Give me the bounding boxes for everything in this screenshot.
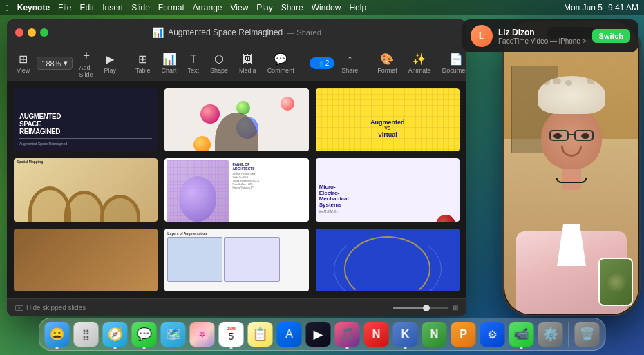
comment-button[interactable]: 💬 Comment bbox=[263, 50, 299, 77]
comment-label: Comment bbox=[267, 67, 294, 74]
document-button[interactable]: 📄 Document bbox=[438, 50, 466, 77]
hair-curl-2 bbox=[553, 78, 561, 84]
table-button[interactable]: ⊞ Table bbox=[131, 50, 155, 77]
dock-icon-settings[interactable]: ⚙️ bbox=[538, 322, 563, 347]
dock-icon-xcode[interactable]: ⚙ bbox=[480, 322, 505, 347]
person-smile bbox=[561, 146, 582, 157]
facetime-info: Liz Dizon FaceTime Video — iPhone > bbox=[498, 28, 587, 45]
view-menu[interactable]: View bbox=[231, 3, 249, 12]
chart-button[interactable]: 📊 Chart bbox=[158, 50, 181, 77]
dock-icon-safari[interactable]: 🧭 bbox=[103, 322, 128, 347]
play-button[interactable]: ▶ Play bbox=[100, 50, 121, 77]
menu-bar:  Keynote File Edit Insert Slide Format … bbox=[0, 0, 644, 15]
music-active-dot bbox=[346, 347, 349, 349]
facetime-notification: L Liz Dizon FaceTime Video — iPhone > Sw… bbox=[462, 19, 638, 52]
media-button[interactable]: 🖼 Media bbox=[235, 50, 261, 77]
facetime-subtitle: FaceTime Video — iPhone > bbox=[498, 37, 587, 45]
play-menu[interactable]: Play bbox=[256, 3, 272, 12]
window-menu[interactable]: Window bbox=[312, 3, 341, 12]
dock-icon-notes[interactable]: 📋 bbox=[248, 322, 273, 347]
add-slide-button[interactable]: ＋ Add Slide bbox=[75, 46, 97, 81]
slide-2[interactable]: 2 bbox=[164, 88, 308, 151]
app-menu[interactable]: Keynote bbox=[17, 3, 50, 12]
dock-icon-maps[interactable]: 🗺️ bbox=[161, 322, 186, 347]
dock-icon-appstore[interactable]: A bbox=[277, 322, 302, 347]
hair-curl-3 bbox=[565, 80, 572, 86]
slide-1[interactable]: AUGMENTEDSPACEREIMAGINED Augmented Space… bbox=[14, 88, 158, 151]
slide-8-content bbox=[167, 237, 305, 282]
zoom-slider-thumb[interactable] bbox=[423, 305, 430, 311]
text-button[interactable]: T Text bbox=[184, 50, 204, 77]
finder-icon: 😀 bbox=[50, 327, 65, 342]
dock-icon-keynote[interactable]: K bbox=[393, 322, 418, 347]
document-icon: 📄 bbox=[449, 52, 463, 66]
zoom-in-button[interactable]: ⊞ bbox=[453, 304, 458, 311]
slide-6-sphere bbox=[436, 215, 455, 222]
slide-4[interactable]: Spatial Mapping 4 4 bbox=[14, 158, 158, 221]
slides-panel[interactable]: AUGMENTEDSPACEREIMAGINED Augmented Space… bbox=[7, 81, 466, 298]
slide-7[interactable]: AUGO 7 bbox=[14, 229, 158, 291]
dock-icon-trash[interactable]: 🗑️ bbox=[575, 322, 600, 347]
facetime-caller-name: Liz Dizon bbox=[498, 28, 587, 37]
media-label: Media bbox=[239, 67, 256, 74]
view-button[interactable]: ⊞ View bbox=[12, 50, 34, 77]
document-label: Document bbox=[442, 67, 466, 74]
maximize-button[interactable] bbox=[40, 28, 48, 37]
slide-1-divider bbox=[19, 138, 152, 139]
table-icon: ⊞ bbox=[138, 52, 147, 66]
slide-menu[interactable]: Slide bbox=[131, 3, 150, 12]
slide-8[interactable]: Layers of Augmentation 8 bbox=[164, 229, 308, 291]
dock-icon-messages[interactable]: 💬 bbox=[132, 322, 157, 347]
minimize-button[interactable] bbox=[28, 28, 36, 37]
share-button[interactable]: ↑ Share bbox=[337, 50, 362, 77]
dock-icon-news[interactable]: N bbox=[364, 322, 389, 347]
insert-menu[interactable]: Insert bbox=[102, 3, 123, 12]
slide-9[interactable]: AUGMENTED VIRTUAL 9 bbox=[316, 229, 460, 291]
edit-menu[interactable]: Edit bbox=[79, 3, 94, 12]
sphere-red bbox=[281, 97, 294, 111]
animate-icon: ✨ bbox=[413, 52, 426, 66]
share-icon: ↑ bbox=[347, 53, 352, 66]
share-label: Share bbox=[341, 67, 358, 74]
arrange-menu[interactable]: Arrange bbox=[193, 3, 222, 12]
facetime-video: 0:0 bbox=[504, 21, 638, 314]
safari-active-dot bbox=[114, 347, 117, 349]
format-menu[interactable]: Format bbox=[158, 3, 184, 12]
apple-menu[interactable]:  bbox=[6, 3, 9, 13]
close-button[interactable] bbox=[15, 28, 23, 37]
shape-button[interactable]: ⬡ Shape bbox=[206, 50, 232, 77]
help-menu[interactable]: Help bbox=[349, 3, 366, 12]
hide-skipped-toggle[interactable]: ⊘ Hide skipped slides bbox=[15, 304, 86, 311]
facetime-switch-button[interactable]: Switch bbox=[592, 29, 630, 43]
safari-icon: 🧭 bbox=[108, 327, 123, 342]
dock-icon-calendar[interactable]: Jun 5 bbox=[219, 322, 244, 347]
slide-4-title: Spatial Mapping bbox=[17, 160, 43, 164]
numbers-icon: N bbox=[430, 328, 439, 340]
slide-5-label: PANEL OFARCHITECTS bbox=[232, 162, 304, 171]
dock-icon-launchpad[interactable]: ⣿ bbox=[74, 322, 99, 347]
share-menu[interactable]: Share bbox=[281, 3, 303, 12]
dock-icon-pages[interactable]: P bbox=[451, 322, 476, 347]
window-titlebar: 📊 Augmented Space Reimagined — Shared bbox=[7, 19, 466, 46]
facetime-pip[interactable] bbox=[598, 258, 633, 306]
zoom-control[interactable]: 188% ▾ bbox=[37, 57, 72, 70]
slide-6[interactable]: Micro-Electro-MechanicalSystems (or M.E.… bbox=[316, 158, 460, 221]
dock-icon-music[interactable]: 🎵 bbox=[335, 322, 360, 347]
dock-icon-finder[interactable]: 😀 bbox=[45, 322, 70, 347]
zoom-chevron: ▾ bbox=[64, 59, 68, 68]
slide-9-arc-2 bbox=[334, 233, 442, 292]
slide-5[interactable]: PANEL OFARCHITECTS Jocelyn Frogner BMF S… bbox=[164, 158, 308, 221]
file-menu[interactable]: File bbox=[58, 3, 71, 12]
format-button[interactable]: 🎨 Format bbox=[373, 50, 401, 77]
dock-icon-facetime[interactable]: 📹 bbox=[509, 322, 534, 347]
zoom-slider[interactable] bbox=[393, 307, 448, 309]
animate-button[interactable]: ✨ Animate bbox=[404, 50, 435, 77]
dock-icon-photos[interactable]: 🌸 bbox=[190, 322, 215, 347]
shape-label: Shape bbox=[210, 67, 228, 74]
iphone: 0:0 bbox=[502, 19, 641, 316]
collaboration-button[interactable]: 👥 2 bbox=[310, 57, 335, 69]
menu-bar-right: Mon Jun 5 9:41 AM bbox=[564, 3, 638, 12]
dock-icon-numbers[interactable]: N bbox=[422, 322, 447, 347]
dock-icon-tv[interactable]: ▶ bbox=[306, 322, 331, 347]
slide-3[interactable]: Augmented VS Virtual 3 bbox=[316, 88, 460, 151]
